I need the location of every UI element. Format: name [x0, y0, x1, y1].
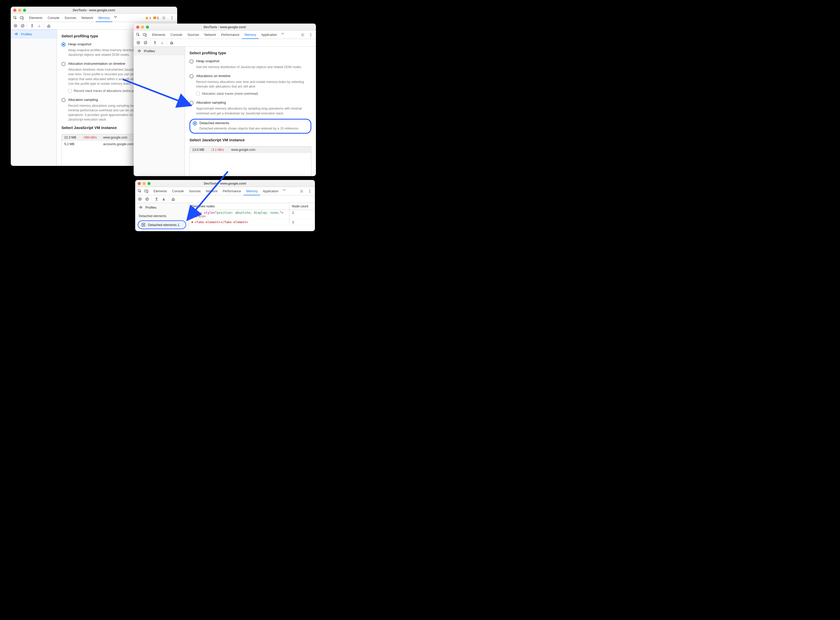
more-icon[interactable]	[308, 32, 314, 38]
col-node-count[interactable]: Node count	[289, 203, 315, 210]
window-maximize-icon[interactable]	[148, 182, 151, 185]
clear-icon[interactable]	[20, 23, 26, 29]
upload-icon[interactable]	[29, 23, 35, 29]
settings-icon[interactable]	[298, 188, 305, 194]
issue-counter[interactable]: 1	[153, 16, 159, 20]
svg-point-6	[172, 17, 173, 18]
clear-icon[interactable]	[144, 196, 150, 202]
tab-performance[interactable]: Performance	[220, 187, 244, 195]
tab-application[interactable]: Application	[259, 31, 279, 39]
tab-console[interactable]: Console	[168, 31, 185, 39]
result-row[interactable]: <fake-element></fake-element> 1	[189, 220, 315, 225]
tab-console[interactable]: Console	[170, 187, 187, 195]
download-icon[interactable]	[161, 196, 167, 202]
option-heap-snapshot[interactable]: Heap snapshot	[190, 59, 311, 63]
record-icon[interactable]	[135, 40, 142, 46]
vm-row[interactable]: 13.0 MB ↓3.1 kB/s www.google.com	[190, 146, 311, 153]
device-icon[interactable]	[19, 15, 25, 21]
settings-icon[interactable]	[300, 32, 306, 38]
svg-point-26	[310, 191, 310, 191]
option-allocations-timeline[interactable]: Allocations on timeline	[190, 74, 311, 78]
inspect-icon[interactable]	[137, 188, 143, 194]
more-tabs-icon[interactable]	[281, 187, 287, 193]
tab-elements[interactable]: Elements	[151, 187, 170, 195]
vm-size: 5.2 MB	[64, 142, 83, 146]
col-detached-nodes[interactable]: Detached nodes	[189, 203, 289, 210]
warning-counter[interactable]: 1	[145, 16, 151, 20]
gc-icon[interactable]	[45, 23, 52, 29]
inspect-icon[interactable]	[12, 15, 18, 21]
gc-icon[interactable]	[169, 40, 175, 46]
window-minimize-icon[interactable]	[141, 26, 144, 29]
tab-memory[interactable]: Memory	[96, 14, 112, 22]
sidebar-item-label: Profiles	[145, 206, 157, 209]
radio-icon	[62, 42, 66, 47]
device-icon[interactable]	[142, 32, 148, 38]
svg-point-7	[172, 19, 173, 20]
tab-elements[interactable]: Elements	[149, 31, 168, 39]
sidebar-item-profiles[interactable]: Profiles	[11, 30, 57, 38]
html-snippet: <fake-element></fake-element>	[194, 220, 248, 224]
tab-strip: Elements Console Sources Network Memory …	[11, 14, 177, 22]
more-icon[interactable]	[307, 188, 313, 194]
window-minimize-icon[interactable]	[18, 9, 21, 12]
radio-icon	[190, 59, 194, 63]
window-maximize-icon[interactable]	[146, 26, 149, 29]
option-desc: See the memory distribution of JavaScrip…	[196, 65, 311, 69]
more-icon[interactable]	[169, 15, 175, 21]
tab-memory[interactable]: Memory	[244, 187, 260, 195]
checkbox-icon	[196, 92, 200, 95]
svg-point-5	[172, 16, 173, 17]
sidebar-run-detached-elements-1[interactable]: Detached elements 1	[138, 220, 186, 229]
sidebar-item-profiles[interactable]: Profiles	[135, 203, 189, 212]
upload-icon[interactable]	[154, 196, 160, 202]
inspect-icon[interactable]	[135, 32, 142, 38]
tab-network[interactable]: Network	[79, 14, 96, 22]
svg-point-29	[139, 199, 140, 199]
download-icon[interactable]	[159, 40, 165, 46]
window-title: DevTools - www.google.com/	[135, 182, 315, 185]
clear-icon[interactable]	[142, 40, 149, 46]
gc-icon[interactable]	[170, 196, 176, 202]
more-tabs-icon[interactable]	[280, 31, 286, 37]
record-icon[interactable]	[137, 196, 143, 202]
sidebar: Profiles Detached elements Detached elem…	[135, 203, 189, 231]
tab-strip: Elements Console Sources Network Perform…	[135, 187, 315, 195]
record-icon[interactable]	[12, 23, 18, 29]
tab-network[interactable]: Network	[202, 31, 219, 39]
vm-rate: 3.1 kB/s	[212, 148, 224, 152]
device-icon[interactable]	[143, 188, 149, 194]
more-tabs-icon[interactable]	[112, 14, 119, 20]
tab-console[interactable]: Console	[45, 14, 62, 22]
tab-application[interactable]: Application	[260, 187, 281, 195]
tab-sources[interactable]: Sources	[62, 14, 79, 22]
tab-sources[interactable]: Sources	[187, 187, 203, 195]
option-detached-elements-highlight: Detached elements Detached elements show…	[190, 119, 311, 134]
window-close-icon[interactable]	[138, 182, 141, 185]
sidebar-item-profiles[interactable]: Profiles	[134, 47, 185, 55]
tab-elements[interactable]: Elements	[27, 14, 45, 22]
issue-count: 1	[157, 17, 159, 20]
tab-network[interactable]: Network	[203, 187, 220, 195]
radio-icon	[190, 101, 194, 105]
tab-performance[interactable]: Performance	[219, 31, 242, 39]
tab-memory[interactable]: Memory	[242, 31, 259, 39]
option-allocation-sampling[interactable]: Allocation sampling	[190, 101, 311, 105]
settings-icon[interactable]	[161, 15, 167, 21]
node-count: 1	[289, 210, 315, 219]
node-count: 1	[289, 220, 315, 225]
download-icon[interactable]	[36, 23, 42, 29]
radio-icon	[62, 98, 66, 102]
upload-icon[interactable]	[152, 40, 158, 46]
option-sub-checkbox[interactable]: Allocation stack traces (more overhead)	[196, 92, 311, 95]
option-detached-elements[interactable]: Detached elements	[193, 121, 308, 125]
window-maximize-icon[interactable]	[23, 9, 26, 12]
window-close-icon[interactable]	[13, 9, 17, 12]
window-minimize-icon[interactable]	[143, 182, 146, 185]
window-title: DevTools - www.google.com/	[134, 26, 316, 29]
tab-sources[interactable]: Sources	[185, 31, 202, 39]
result-panel: Detached nodes Node count <div style="po…	[189, 203, 315, 231]
window-close-icon[interactable]	[136, 26, 139, 29]
vm-size: 22.3 MB	[64, 136, 83, 139]
result-row[interactable]: <div style="position: absolute; display:…	[189, 210, 315, 220]
